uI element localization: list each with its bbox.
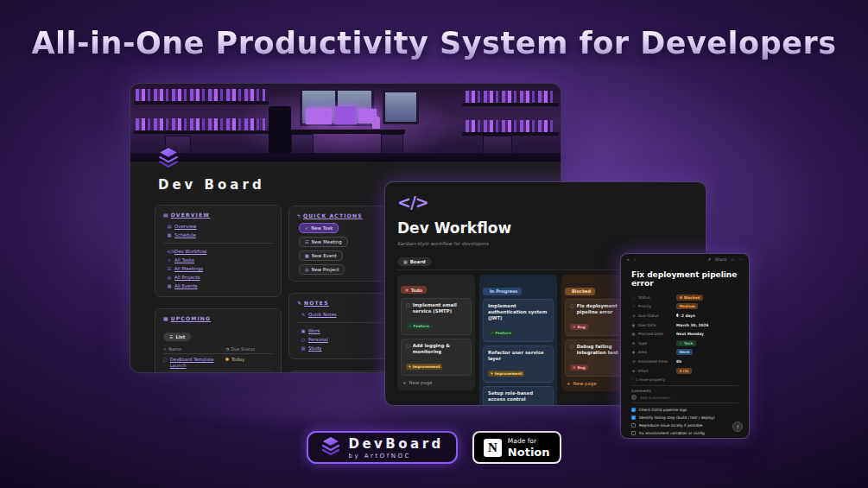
check-icon: ✓ bbox=[167, 257, 172, 263]
kanban-column-in-progress: In Progress Implement authentication sys… bbox=[479, 275, 557, 406]
bug-icon: ✕ bbox=[573, 325, 576, 329]
kanban-card[interactable]: Setup role-based access control ✓ Featur… bbox=[483, 386, 554, 407]
kanban-column-todo: ▦ Todo ▢ Implement email service (SMTP) … bbox=[397, 275, 475, 390]
property-row-effort[interactable]: ≡ Effort 3 (S) bbox=[631, 366, 738, 376]
property-row-estimated-time[interactable]: ◔ Estimated Time 8h bbox=[631, 357, 738, 366]
help-button[interactable]: ? bbox=[732, 421, 743, 432]
column-badge-blocked[interactable]: Blocked bbox=[565, 288, 595, 295]
chart-icon: ≡ bbox=[631, 369, 636, 373]
plus-icon: + bbox=[402, 380, 407, 385]
property-row-planned-date[interactable]: ▦ Planned Date Next Monday bbox=[631, 329, 738, 339]
lightning-icon: ϟ bbox=[491, 371, 493, 376]
circle-icon: ○ bbox=[301, 337, 306, 342]
hourglass-icon: ◔ bbox=[225, 346, 229, 352]
new-project-button[interactable]: ◎ New Project bbox=[299, 264, 345, 275]
due-dot-icon bbox=[225, 358, 229, 361]
new-meeting-button[interactable]: ☷ New Meeting bbox=[299, 237, 348, 247]
sidebar-item-quick-notes[interactable]: ✎ Quick Notes bbox=[297, 310, 390, 319]
todo-item[interactable]: ✓ Identify failing step (build / test / … bbox=[631, 414, 738, 421]
divider bbox=[631, 385, 738, 386]
todo-item[interactable]: Fix environment variables or config bbox=[631, 429, 738, 437]
property-row-due-status[interactable]: ◔ Due Status 2 days bbox=[631, 311, 738, 320]
kanban-card[interactable]: ▢ Add logging & monitoring ϟ Improvement bbox=[401, 339, 472, 376]
property-row-area[interactable]: ◉ Area Work bbox=[631, 348, 738, 358]
sidebar-item-personal[interactable]: ○ Personal bbox=[297, 335, 390, 344]
sidebar-item-dev-workflow[interactable]: </> Dev Workflow bbox=[163, 247, 273, 256]
new-page-button[interactable]: + New page bbox=[402, 380, 470, 385]
cover-chair bbox=[269, 106, 291, 153]
overview-icon: ▤ bbox=[163, 212, 168, 218]
type-badge: ✓ Tech bbox=[676, 340, 696, 346]
checkbox-checked-icon[interactable]: ✓ bbox=[631, 408, 636, 412]
tag-feature: ✓ Feature bbox=[488, 330, 514, 336]
property-row-status[interactable]: ○ Status Blocked bbox=[631, 293, 738, 302]
tab-list-view[interactable]: ☰ List bbox=[163, 333, 191, 341]
notion-logo-icon: N bbox=[484, 439, 502, 457]
weekly-progress-card: ▦ WEEKLY PROGRESS bbox=[288, 371, 399, 373]
status-badge: Blocked bbox=[676, 295, 703, 301]
property-row-due-date[interactable]: ▦ Due Date March 30, 2026 bbox=[631, 320, 738, 330]
notes-header: NOTES bbox=[304, 300, 329, 306]
made-for-notion-badge: N Made for Notion bbox=[472, 431, 561, 464]
comment-input[interactable]: Add a comment... bbox=[631, 395, 738, 400]
sidebar-item-overview[interactable]: ▤ Overview bbox=[163, 222, 273, 231]
property-row-priority[interactable]: ☆ Priority Medium bbox=[631, 302, 738, 312]
code-icon: </> bbox=[167, 249, 172, 254]
board-icon: ▦ bbox=[405, 288, 409, 292]
checkbox-unchecked-icon[interactable] bbox=[631, 438, 636, 439]
sidebar-item-study[interactable]: ▥ Study bbox=[297, 344, 390, 352]
share-button[interactable]: Share bbox=[715, 257, 726, 262]
status-icon: ○ bbox=[631, 295, 636, 300]
calendar-icon: ▦ bbox=[631, 323, 636, 327]
more-properties-button[interactable]: ˅ 1 more property bbox=[631, 377, 738, 382]
kanban-card[interactable]: Implement authentication system (JWT) ✓ … bbox=[483, 299, 554, 342]
property-row-type[interactable]: ⊞ Type ✓ Tech bbox=[631, 339, 738, 348]
checkbox-unchecked-icon[interactable] bbox=[631, 423, 636, 428]
devboard-badge-byline: by ArtOfNOC bbox=[348, 453, 443, 459]
checkbox-checked-icon[interactable]: ✓ bbox=[631, 415, 636, 420]
tag-improvement: ϟ Improvement bbox=[406, 364, 442, 370]
more-menu-icon[interactable]: ⋯ bbox=[738, 257, 743, 262]
todo-item[interactable]: ✓ Check CI/CD pipeline logs bbox=[631, 406, 738, 414]
sidebar-item-all-events[interactable]: ▦ All Events bbox=[163, 282, 273, 290]
plus-icon: + bbox=[567, 381, 571, 386]
sidebar-item-all-projects[interactable]: ◎ All Projects bbox=[163, 273, 273, 282]
doc-icon: ▢ bbox=[406, 343, 410, 355]
check-icon: ✓ bbox=[163, 346, 167, 352]
column-badge-in-progress[interactable]: In Progress bbox=[483, 288, 522, 295]
todo-item[interactable]: Update dependencies if required bbox=[631, 437, 738, 439]
tab-board-view[interactable]: ▦ Board bbox=[397, 257, 432, 266]
back-icon[interactable]: « bbox=[627, 257, 630, 262]
task-window: « › ↗ Share ☆ ⋯ Fix deployment pipeline … bbox=[620, 253, 750, 439]
effort-badge: 3 (S) bbox=[676, 368, 692, 374]
new-task-button[interactable]: ✓ New Task bbox=[299, 223, 339, 233]
tag-icon: ⊞ bbox=[631, 341, 636, 345]
cover-window-2 bbox=[383, 90, 419, 124]
notes-card: ✎ NOTES ✎ Quick Notes ▣ Work ○ Personal … bbox=[288, 293, 399, 359]
chevron-down-icon: ˅ bbox=[631, 377, 633, 382]
todo-item[interactable]: Reproduce issue locally if possible bbox=[631, 421, 738, 429]
new-event-button[interactable]: ▦ New Event bbox=[299, 250, 343, 261]
checkbox-unchecked-icon[interactable] bbox=[631, 431, 636, 435]
table-row[interactable]: ▢ DevBoard Template Launch Today bbox=[163, 354, 273, 371]
column-badge-todo[interactable]: ▦ Todo bbox=[401, 286, 427, 294]
sidebar-item-work[interactable]: ▣ Work bbox=[297, 326, 390, 335]
priority-icon: ☆ bbox=[631, 304, 636, 308]
target-icon: ◎ bbox=[167, 275, 172, 280]
calendar-icon: ▦ bbox=[631, 332, 636, 336]
check-icon: ✓ bbox=[305, 225, 308, 231]
kanban-card[interactable]: ▢ Implement email service (SMTP) ✓ Featu… bbox=[401, 298, 472, 335]
star-icon[interactable]: ☆ bbox=[731, 257, 734, 262]
sidebar-item-all-tasks[interactable]: ✓ All Tasks bbox=[163, 256, 273, 264]
sidebar-item-schedule[interactable]: ▦ Schedule bbox=[163, 231, 273, 239]
check-icon: ✓ bbox=[491, 331, 494, 335]
doc-icon: ▢ bbox=[570, 303, 574, 315]
pin-icon: ◉ bbox=[631, 350, 636, 354]
kanban-card[interactable]: Refactor user service layer ϟ Improvemen… bbox=[483, 345, 554, 383]
table-row[interactable]: ▢ Prepare math exam (vectors) Today bbox=[163, 371, 273, 373]
hourglass-icon: ◔ bbox=[631, 314, 636, 318]
doc-icon: ▢ bbox=[570, 344, 574, 356]
sidebar-item-all-meetings[interactable]: ☷ All Meetings bbox=[163, 264, 273, 273]
forward-icon[interactable]: › bbox=[634, 257, 636, 262]
calendar-icon: ▦ bbox=[167, 283, 172, 288]
